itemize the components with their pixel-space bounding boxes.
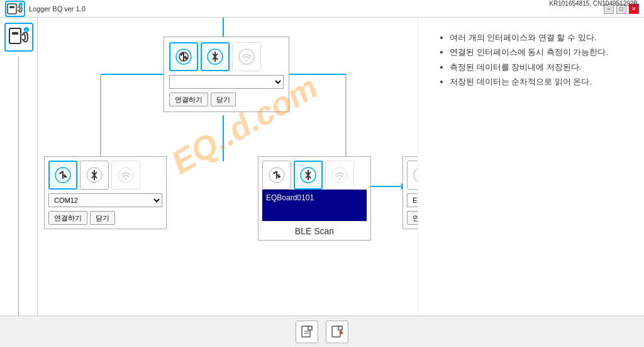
- center-icon-group: [262, 161, 367, 190]
- svg-point-34: [125, 178, 127, 180]
- svg-point-21: [180, 54, 182, 56]
- bottom-bar: [0, 316, 644, 347]
- svg-rect-4: [9, 28, 21, 43]
- left-close-button[interactable]: 닫기: [90, 211, 115, 225]
- svg-point-25: [246, 60, 248, 62]
- info-item-1: 여러 개의 인터페이스와 연결 할 수 있다.: [450, 30, 631, 45]
- left-bluetooth-icon[interactable]: [80, 161, 109, 190]
- right-device-dropdown[interactable]: EQBoard0101: [407, 193, 418, 207]
- svg-point-43: [339, 178, 341, 180]
- right-connect-button[interactable]: 연결하기: [407, 211, 418, 225]
- svg-rect-1: [9, 6, 14, 8]
- central-bluetooth-icon[interactable]: [201, 42, 230, 71]
- svg-point-30: [60, 173, 62, 174]
- right-action-row: 연결하기 닫기: [407, 211, 418, 225]
- center-usb-icon[interactable]: [262, 161, 291, 190]
- new-document-button[interactable]: [296, 321, 318, 343]
- central-action-row: 연결하기 닫기: [169, 93, 284, 106]
- central-connect-button[interactable]: 연결하기: [169, 93, 208, 106]
- right-icon-group: [407, 161, 418, 190]
- title-bar: + Logger BQ ver 1.0 KR101654815, CN10495…: [0, 0, 644, 18]
- left-action-row: 연결하기 닫기: [48, 211, 162, 225]
- left-device-box: COM12 연결하기 닫기: [44, 156, 167, 229]
- svg-rect-58: [338, 326, 342, 330]
- center-wifi-icon[interactable]: [325, 161, 354, 190]
- app-icon: +: [5, 1, 25, 17]
- ble-scan-list[interactable]: EQBoard0101: [262, 190, 367, 221]
- app-title: Logger BQ ver 1.0: [29, 5, 86, 13]
- svg-rect-54: [308, 326, 312, 330]
- svg-text:+: +: [20, 3, 22, 7]
- export-button[interactable]: [326, 321, 348, 343]
- info-item-4: 저장된 데이터는 순차적으로 읽어 온다.: [450, 74, 631, 89]
- sidebar-device-icon: +: [4, 23, 33, 52]
- svg-rect-0: [8, 4, 16, 14]
- ble-list-item[interactable]: EQBoard0101: [266, 192, 363, 203]
- left-sidebar: +: [0, 18, 38, 347]
- svg-rect-22: [185, 57, 187, 59]
- info-panel: 여러 개의 인터페이스와 연결 할 수 있다. 연결된 인터페이스에 동시 측정…: [418, 18, 644, 347]
- center-bluetooth-icon[interactable]: [294, 161, 323, 190]
- diagram-area: EQ..d.com: [38, 18, 418, 347]
- central-device-dropdown[interactable]: [169, 75, 284, 89]
- central-wifi-icon[interactable]: [232, 42, 261, 71]
- central-icon-group: [169, 42, 284, 71]
- svg-text:+: +: [25, 28, 28, 32]
- central-dropdown-row: [169, 75, 284, 89]
- center-device-box: EQBoard0101 BLE Scan: [258, 156, 371, 241]
- central-device-box: 연결하기 닫기: [164, 37, 289, 112]
- left-dropdown-row: COM12: [48, 193, 162, 207]
- svg-rect-40: [278, 176, 280, 178]
- left-wifi-icon[interactable]: [111, 161, 140, 190]
- central-close-button[interactable]: 닫기: [211, 93, 236, 106]
- ble-scan-label: BLE Scan: [262, 226, 367, 236]
- main-content: + EQ..d.com: [0, 18, 644, 347]
- left-connect-button[interactable]: 연결하기: [48, 211, 87, 225]
- info-list: 여러 개의 인터페이스와 연결 할 수 있다. 연결된 인터페이스에 동시 측정…: [437, 30, 631, 89]
- serial-number: KR101654815, CN104951292B: [549, 0, 638, 7]
- svg-rect-31: [64, 176, 67, 178]
- left-usb-icon[interactable]: [48, 161, 77, 190]
- central-usb-icon[interactable]: [169, 42, 198, 71]
- right-device-box: EQBoard0101 연결하기 닫기: [402, 156, 418, 229]
- title-bar-left: + Logger BQ ver 1.0: [5, 1, 86, 17]
- left-icon-group: [48, 161, 162, 190]
- right-dropdown-row: EQBoard0101: [407, 193, 418, 207]
- info-item-2: 연결된 인터페이스에 동시 측정이 가능한다.: [450, 45, 631, 59]
- right-usb-icon[interactable]: [407, 161, 418, 190]
- left-device-dropdown[interactable]: COM12: [48, 193, 162, 207]
- svg-point-44: [414, 168, 418, 183]
- svg-rect-5: [12, 32, 18, 35]
- info-item-3: 측정된 데이터를 장비내에 저장된다.: [450, 60, 631, 74]
- svg-point-39: [274, 173, 275, 174]
